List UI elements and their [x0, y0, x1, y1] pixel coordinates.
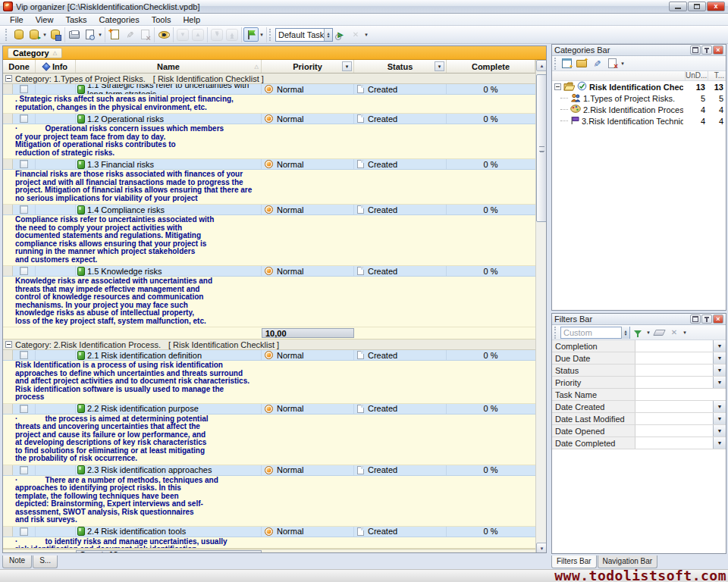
- toolbar-grip[interactable]: [5, 29, 8, 41]
- print-preview-dropdown-icon[interactable]: ▾: [97, 32, 103, 38]
- task-row[interactable]: 1.3 Financial risksNormalCreated0 %: [3, 159, 535, 170]
- tab-filters-bar[interactable]: Filters Bar: [551, 555, 597, 568]
- scroll-down-button[interactable]: ▼: [536, 543, 547, 553]
- categories-toolbar-grip[interactable]: [554, 58, 557, 70]
- categories-restore-icon[interactable]: [690, 45, 701, 55]
- done-checkbox[interactable]: [20, 405, 28, 413]
- name-cell[interactable]: 1.5 Knowledge risks: [76, 266, 262, 276]
- task-view-button[interactable]: [243, 27, 259, 42]
- done-checkbox[interactable]: [20, 527, 28, 536]
- column-header-done[interactable]: Done: [3, 60, 36, 73]
- column-header-info[interactable]: Info: [36, 60, 76, 73]
- column-total[interactable]: T...: [708, 71, 726, 80]
- delete-category-button[interactable]: [604, 56, 620, 70]
- done-checkbox[interactable]: [20, 114, 28, 123]
- priority-cell[interactable]: Normal: [262, 84, 354, 94]
- status-cell[interactable]: Created: [354, 465, 447, 475]
- done-checkbox[interactable]: [20, 466, 28, 474]
- filters-toolbar-grip[interactable]: [554, 327, 557, 339]
- menu-categories[interactable]: Categories: [94, 14, 145, 25]
- priority-cell[interactable]: Normal: [262, 266, 354, 276]
- new-database-button[interactable]: [11, 27, 27, 42]
- minimize-button[interactable]: [669, 2, 687, 11]
- task-row[interactable]: 2.3 Risk identification approachesNormal…: [3, 465, 535, 476]
- open-database-dropdown-icon[interactable]: ▾: [42, 32, 48, 38]
- column-undone[interactable]: UnD...: [685, 71, 708, 80]
- filter-value-dropdown-icon[interactable]: ▼: [713, 437, 726, 449]
- new-task-button[interactable]: [107, 27, 122, 42]
- status-cell[interactable]: Created: [354, 527, 447, 537]
- task-view-combo-spinner-icon[interactable]: ▴▾: [324, 29, 332, 41]
- new-checklist-button[interactable]: [559, 56, 574, 70]
- priority-cell[interactable]: Normal: [262, 205, 354, 214]
- task-row[interactable]: 1.1 Strategic risks refer to uncertainti…: [3, 84, 535, 95]
- clear-view-dropdown-icon[interactable]: ▾: [363, 32, 369, 38]
- filter-value-input[interactable]: [635, 437, 713, 449]
- task-row[interactable]: 2.1 Risk identification definitionNormal…: [3, 350, 535, 361]
- group-row[interactable]: Category: 2.Risk Identification Process.…: [3, 340, 535, 350]
- task-row[interactable]: 1.5 Knowledge risksNormalCreated0 %: [3, 266, 535, 277]
- tab-note[interactable]: Note: [2, 555, 32, 568]
- apply-filter-button[interactable]: [630, 325, 645, 340]
- add-category-button[interactable]: [574, 56, 589, 70]
- delete-category-dropdown-icon[interactable]: ▾: [620, 61, 626, 67]
- name-cell[interactable]: 2.3 Risk identification approaches: [76, 465, 262, 475]
- filter-value-input[interactable]: [635, 352, 713, 364]
- menu-help[interactable]: Help: [177, 14, 206, 25]
- status-cell[interactable]: Created: [354, 266, 447, 276]
- category-item[interactable]: 1.Types of Project Risks.55: [552, 92, 726, 104]
- delete-filter-dropdown-icon[interactable]: ▾: [682, 330, 688, 336]
- filter-value-input[interactable]: [635, 340, 713, 352]
- categories-pin-icon[interactable]: [701, 45, 712, 55]
- filter-value-input[interactable]: [635, 413, 713, 424]
- filter-value-dropdown-icon[interactable]: ▼: [713, 365, 726, 376]
- status-cell[interactable]: Created: [354, 404, 447, 414]
- close-button[interactable]: x: [707, 2, 725, 11]
- name-cell[interactable]: 2.1 Risk identification definition: [76, 350, 262, 360]
- filter-value-dropdown-icon[interactable]: ▼: [713, 352, 726, 364]
- print-preview-button[interactable]: [82, 27, 97, 42]
- task-row[interactable]: 2.4 Risk identification toolsNormalCreat…: [3, 527, 535, 537]
- name-cell[interactable]: 2.4 Risk identification tools: [76, 527, 262, 537]
- delete-filter-button[interactable]: [667, 325, 682, 340]
- filter-dropdown-icon[interactable]: ▾: [342, 61, 352, 71]
- filters-close-icon[interactable]: [713, 314, 723, 324]
- name-cell[interactable]: 1.1 Strategic risks refer to uncertainti…: [76, 84, 262, 94]
- apply-view-button[interactable]: [333, 27, 348, 42]
- column-header-priority[interactable]: Priority▾: [262, 60, 354, 73]
- filter-value-input[interactable]: [635, 365, 713, 376]
- task-view-dropdown-icon[interactable]: ▾: [259, 32, 265, 38]
- status-cell[interactable]: Created: [354, 159, 447, 169]
- name-cell[interactable]: 1.3 Financial risks: [76, 159, 262, 169]
- priority-cell[interactable]: Normal: [262, 159, 354, 169]
- print-button[interactable]: [67, 27, 82, 42]
- task-row[interactable]: 2.2 Risk identification purposeNormalCre…: [3, 404, 535, 415]
- column-header-complete[interactable]: Complete: [447, 60, 535, 73]
- name-cell[interactable]: 2.2 Risk identification purpose: [76, 404, 262, 414]
- filter-value-dropdown-icon[interactable]: ▼: [713, 425, 726, 436]
- collapse-icon[interactable]: [5, 341, 12, 348]
- status-cell[interactable]: Created: [354, 84, 447, 94]
- open-database-button[interactable]: [27, 27, 42, 42]
- group-row[interactable]: Category: 1.Types of Project Risks.[ Ris…: [3, 74, 535, 84]
- tree-collapse-icon[interactable]: [554, 83, 561, 90]
- toolbar-grip-2[interactable]: [269, 29, 271, 41]
- menu-file[interactable]: File: [5, 14, 29, 25]
- column-header-name[interactable]: Name△: [76, 60, 262, 73]
- save-database-button[interactable]: [48, 27, 63, 42]
- name-cell[interactable]: 1.2 Operational risks: [76, 114, 262, 124]
- status-cell[interactable]: Created: [354, 114, 447, 124]
- filters-restore-icon[interactable]: [690, 314, 701, 324]
- done-checkbox[interactable]: [20, 160, 28, 168]
- tab-navigation-bar[interactable]: Navigation Bar: [598, 555, 658, 568]
- collapse-icon[interactable]: [5, 75, 12, 82]
- category-item[interactable]: 2.Risk Identification Process.44: [552, 104, 726, 115]
- task-row[interactable]: 1.2 Operational risksNormalCreated0 %: [3, 114, 535, 124]
- menu-tools[interactable]: Tools: [146, 14, 177, 25]
- filter-preset-combo[interactable]: Custom▴▾: [560, 327, 630, 339]
- task-row[interactable]: 1.4 Compliance risksNormalCreated0 %: [3, 205, 535, 215]
- view-notes-button[interactable]: [156, 27, 171, 42]
- menu-view[interactable]: View: [30, 14, 59, 25]
- category-item[interactable]: Risk Identification Checklist1313: [552, 81, 726, 92]
- filter-value-input[interactable]: [635, 425, 713, 436]
